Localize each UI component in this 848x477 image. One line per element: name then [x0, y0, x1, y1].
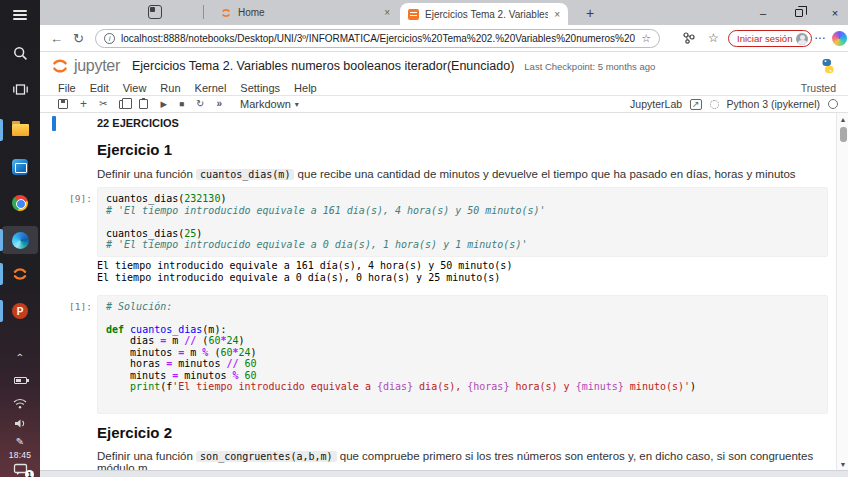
- volume-icon: [14, 418, 27, 429]
- cell-type-dropdown[interactable]: Markdown ▾: [240, 98, 299, 110]
- tab-actions-icon[interactable]: [148, 5, 162, 19]
- signin-label: Iniciar sesión: [737, 33, 792, 44]
- restore-button[interactable]: [782, 0, 816, 25]
- notebook-title[interactable]: Ejercicios Tema 2. Variables numeros boo…: [132, 59, 514, 73]
- markdown-cell-ex2-desc[interactable]: Definir una función son_congruentes(a,b,…: [40, 450, 836, 471]
- battery-icon: [14, 377, 27, 384]
- menu-file[interactable]: File: [58, 82, 76, 94]
- markdown-cell-ex1-desc[interactable]: Definir una función cuantos_dias(m) que …: [40, 168, 836, 180]
- url-field[interactable]: i localhost:8888/notebooks/Desktop/UNI/3…: [95, 29, 660, 48]
- browser-menu-button[interactable]: …: [814, 28, 826, 42]
- notebook-favicon: [408, 9, 419, 20]
- kernel-status-icon: [828, 99, 838, 109]
- cell-9-output: El tiempo introducido equivale a 161 día…: [40, 260, 836, 284]
- bookmark-star-icon[interactable]: ☆: [641, 32, 651, 45]
- pen-tray-button[interactable]: ✎: [0, 436, 40, 448]
- interrupt-kernel-button[interactable]: ■: [179, 100, 184, 109]
- copy-cell-button[interactable]: [119, 100, 127, 109]
- code-cell-1[interactable]: [1]: # Solución: def cuantos_dias(m): di…: [40, 295, 836, 414]
- jupyter-app-button[interactable]: [0, 264, 40, 284]
- inline-code: son_congruentes(a,b,m): [196, 451, 336, 462]
- screen: P › ✎ 18:45: [0, 0, 848, 477]
- edge-icon: [12, 232, 29, 249]
- debugger-icon[interactable]: [710, 100, 719, 109]
- menu-run[interactable]: Run: [160, 82, 180, 94]
- code-cell-9[interactable]: [9]: cuantos_dias(232130)# 'El tiempo in…: [40, 187, 836, 257]
- jupyterlab-link[interactable]: JupyterLab: [630, 98, 682, 110]
- network-tray-button[interactable]: [0, 396, 40, 410]
- menu-help[interactable]: Help: [294, 82, 317, 94]
- paste-cell-button[interactable]: [139, 99, 148, 109]
- save-button[interactable]: [58, 99, 68, 109]
- input-prompt: [9]:: [56, 187, 92, 257]
- tray-expand-button[interactable]: ›: [0, 348, 40, 362]
- network-icon: [13, 398, 27, 409]
- favorites-icon: ☆: [708, 31, 719, 45]
- minimize-icon: –: [760, 7, 766, 19]
- menu-view[interactable]: View: [123, 82, 147, 94]
- restore-icon: [795, 9, 803, 17]
- cut-cell-button[interactable]: ✂: [99, 99, 107, 109]
- minimize-button[interactable]: –: [746, 0, 780, 25]
- copilot-icon[interactable]: [832, 31, 847, 46]
- scrollbar-thumb[interactable]: [840, 127, 847, 142]
- run-all-button[interactable]: »: [216, 99, 222, 109]
- file-explorer-button[interactable]: [0, 122, 40, 138]
- favorites-button[interactable]: ☆: [708, 31, 719, 45]
- address-bar: ← ↻ i localhost:8888/notebooks/Desktop/U…: [40, 25, 848, 52]
- cell-type-value: Markdown: [240, 98, 291, 110]
- jupyter-favicon: [220, 7, 232, 19]
- tab-notebook[interactable]: Ejercicios Tema 2. Variables nume ×: [400, 3, 568, 25]
- outlook-button[interactable]: [0, 158, 40, 176]
- browser-essentials-button[interactable]: [682, 31, 696, 45]
- chrome-button[interactable]: [0, 194, 40, 212]
- exercise-1-description: Definir una función cuantos_dias(m) que …: [97, 168, 828, 180]
- notifications-button[interactable]: 1: [0, 461, 40, 477]
- chevron-up-icon: ›: [15, 353, 25, 356]
- battery-tray-button[interactable]: [0, 374, 40, 386]
- selected-cell-bar: [52, 116, 56, 131]
- tab-close-icon[interactable]: ×: [554, 9, 560, 20]
- task-view-button[interactable]: [0, 80, 40, 98]
- site-info-icon[interactable]: i: [104, 33, 115, 44]
- browser-window: Home × Ejercicios Tema 2. Variables nume…: [40, 0, 848, 477]
- scrollbar[interactable]: ▲ ▼: [836, 113, 848, 470]
- code-input[interactable]: # Solución: def cuantos_dias(m): dias = …: [97, 295, 828, 414]
- add-cell-button[interactable]: +: [80, 98, 87, 110]
- start-menu-button[interactable]: [0, 6, 40, 24]
- avatar-icon: [796, 33, 808, 45]
- taskbar-clock[interactable]: 18:45: [0, 449, 40, 461]
- window-bottom-edge: [40, 470, 848, 477]
- markdown-cell-header[interactable]: 22 EJERCICIOS: [40, 115, 836, 129]
- code-input[interactable]: cuantos_dias(232130)# 'El tiempo introdu…: [97, 187, 828, 257]
- reload-button[interactable]: ↻: [73, 31, 84, 46]
- edge-button[interactable]: [0, 231, 40, 249]
- run-cell-button[interactable]: ▶: [160, 100, 167, 109]
- taskbar-search-button[interactable]: [0, 44, 40, 62]
- jupyter-logo[interactable]: jupyter: [50, 56, 120, 76]
- tab-home[interactable]: Home ×: [212, 0, 398, 25]
- volume-tray-button[interactable]: [0, 416, 40, 430]
- menu-settings[interactable]: Settings: [240, 82, 280, 94]
- markdown-cell-ex2[interactable]: Ejercicio 2: [40, 424, 836, 441]
- checkpoint-label: Last Checkpoint: 5 months ago: [524, 61, 655, 72]
- kernel-name[interactable]: Python 3 (ipykernel): [727, 98, 820, 110]
- trusted-badge[interactable]: Trusted: [801, 82, 836, 94]
- menu-edit[interactable]: Edit: [90, 82, 109, 94]
- markdown-cell-ex1[interactable]: Ejercicio 1: [40, 141, 836, 158]
- close-window-button[interactable]: ×: [818, 0, 848, 25]
- input-prompt: [1]:: [56, 295, 92, 414]
- new-tab-button[interactable]: +: [580, 3, 600, 23]
- notebook-menubar: File Edit View Run Kernel Settings Help …: [40, 80, 848, 96]
- inline-code: cuantos_dias(m): [196, 169, 294, 180]
- powerpoint-button[interactable]: P: [0, 302, 40, 320]
- tab-close-icon[interactable]: ×: [384, 7, 390, 18]
- scroll-up-icon[interactable]: ▲: [837, 113, 848, 125]
- scroll-down-icon[interactable]: ▼: [837, 458, 848, 470]
- file-explorer-icon: [12, 124, 29, 136]
- restart-kernel-button[interactable]: ↻: [196, 99, 204, 109]
- back-button[interactable]: ←: [50, 31, 63, 46]
- output-text: El tiempo introducido equivale a 161 día…: [97, 260, 828, 284]
- signin-button[interactable]: Iniciar sesión: [728, 30, 812, 47]
- menu-kernel[interactable]: Kernel: [195, 82, 227, 94]
